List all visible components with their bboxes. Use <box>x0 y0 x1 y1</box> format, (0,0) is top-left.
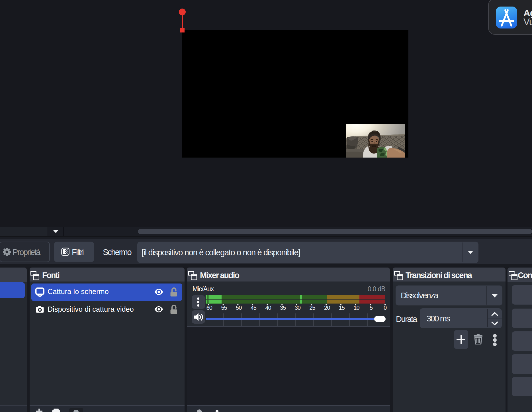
svg-text:-55: -55 <box>220 305 227 311</box>
svg-text:-35: -35 <box>278 305 286 311</box>
svg-text:-10: -10 <box>352 305 360 311</box>
svg-text:-30: -30 <box>293 305 301 311</box>
svg-text:0: 0 <box>384 305 387 311</box>
svg-text:-45: -45 <box>249 305 257 311</box>
svg-text:-40: -40 <box>264 305 271 311</box>
svg-text:-60: -60 <box>206 305 212 311</box>
svg-text:-5: -5 <box>368 305 373 311</box>
svg-text:-25: -25 <box>308 305 316 311</box>
svg-text:-50: -50 <box>234 305 242 311</box>
svg-text:-20: -20 <box>322 305 330 311</box>
svg-text:-15: -15 <box>337 305 345 311</box>
